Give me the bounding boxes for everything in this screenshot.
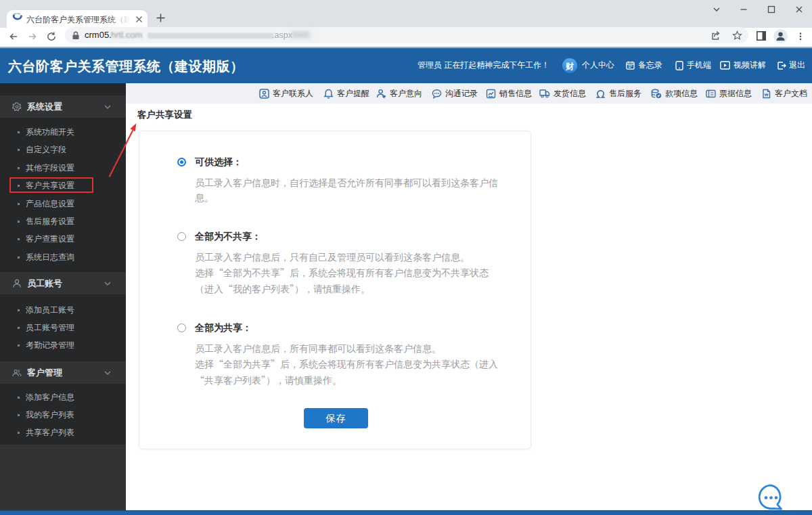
svg-text:财: 财 (565, 61, 574, 70)
